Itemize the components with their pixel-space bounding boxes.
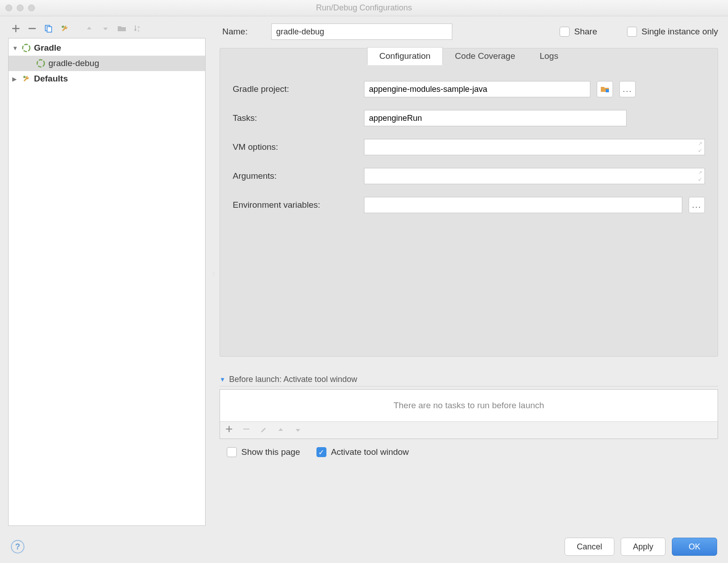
edit-task-button[interactable] bbox=[259, 425, 268, 435]
expand-icon[interactable]: ↗ bbox=[698, 148, 702, 153]
arguments-label: Arguments: bbox=[233, 171, 364, 181]
browse-project-button[interactable] bbox=[597, 81, 613, 97]
svg-point-2 bbox=[62, 25, 64, 28]
add-configuration-button[interactable] bbox=[10, 23, 22, 34]
window-title: Run/Debug Configurations bbox=[0, 3, 728, 13]
svg-text:z: z bbox=[138, 29, 139, 33]
checkbox-checked-icon: ✓ bbox=[316, 447, 326, 457]
name-input[interactable] bbox=[271, 24, 452, 40]
configuration-content: Name: Share Single instance only Configu… bbox=[215, 16, 728, 530]
cancel-button[interactable]: Cancel bbox=[565, 538, 614, 556]
move-down-button[interactable] bbox=[100, 23, 111, 34]
checkbox-icon bbox=[627, 27, 637, 37]
add-task-button[interactable] bbox=[225, 425, 234, 435]
expand-icon[interactable]: ↗ bbox=[698, 141, 702, 147]
apply-button[interactable]: Apply bbox=[621, 538, 666, 556]
tree-node-gradle-debug[interactable]: gradle-debug bbox=[9, 56, 205, 71]
name-label: Name: bbox=[222, 27, 263, 37]
before-launch-toolbar bbox=[220, 421, 718, 439]
tasks-input[interactable] bbox=[364, 110, 627, 126]
edit-defaults-button[interactable] bbox=[59, 23, 71, 34]
before-launch-empty-text: There are no tasks to run before launch bbox=[220, 390, 718, 421]
copy-configuration-button[interactable] bbox=[43, 23, 54, 34]
show-this-page-checkbox[interactable]: Show this page bbox=[227, 447, 300, 457]
wrench-icon bbox=[21, 74, 31, 84]
before-launch-tasks-box: There are no tasks to run before launch bbox=[220, 389, 718, 439]
titlebar: Run/Debug Configurations bbox=[0, 0, 728, 16]
remove-task-button[interactable] bbox=[242, 425, 251, 435]
expand-icon[interactable]: ↗ bbox=[698, 177, 702, 182]
before-launch-title: Before launch: Activate tool window bbox=[229, 375, 357, 384]
checkbox-icon bbox=[560, 27, 570, 37]
tree-label: gradle-debug bbox=[48, 58, 99, 68]
expand-icon[interactable]: ↗ bbox=[698, 170, 702, 176]
activate-tool-window-checkbox[interactable]: ✓ Activate tool window bbox=[316, 447, 409, 457]
tasks-label: Tasks: bbox=[233, 113, 364, 123]
folder-icon bbox=[600, 86, 609, 93]
dialog-footer: ? Cancel Apply OK bbox=[0, 530, 728, 563]
before-launch-section: ▼ Before launch: Activate tool window Th… bbox=[220, 375, 718, 457]
svg-point-7 bbox=[23, 76, 25, 78]
single-instance-checkbox[interactable]: Single instance only bbox=[627, 27, 718, 37]
move-task-up-button[interactable] bbox=[276, 426, 285, 435]
splitter[interactable] bbox=[212, 16, 215, 530]
help-button[interactable]: ? bbox=[11, 540, 24, 553]
tab-code-coverage[interactable]: Code Coverage bbox=[443, 47, 527, 65]
tree-node-defaults[interactable]: ▶ Defaults bbox=[9, 71, 205, 86]
svg-rect-8 bbox=[606, 89, 609, 92]
share-label: Share bbox=[574, 27, 597, 37]
configuration-tabs-panel: Configuration Code Coverage Logs Gradle … bbox=[220, 48, 718, 357]
share-checkbox[interactable]: Share bbox=[560, 27, 597, 37]
gradle-icon bbox=[36, 58, 46, 68]
folder-filter-button[interactable] bbox=[116, 23, 128, 34]
gradle-icon bbox=[21, 43, 31, 53]
move-up-button[interactable] bbox=[83, 23, 95, 34]
svg-point-5 bbox=[23, 44, 30, 52]
checkbox-icon bbox=[227, 447, 237, 457]
env-vars-browse-button[interactable]: ... bbox=[689, 197, 705, 213]
tab-configuration[interactable]: Configuration bbox=[367, 47, 443, 65]
tree-label: Gradle bbox=[34, 43, 61, 53]
env-vars-label: Environment variables: bbox=[233, 200, 364, 210]
tab-bar: Configuration Code Coverage Logs bbox=[220, 48, 718, 66]
sidebar-toolbar: az bbox=[8, 21, 206, 38]
configurations-tree[interactable]: ▼ Gradle gradle-debug ▶ Defaults bbox=[8, 38, 206, 526]
gradle-project-input[interactable] bbox=[364, 81, 590, 97]
activate-tool-window-label: Activate tool window bbox=[331, 447, 409, 457]
move-task-down-button[interactable] bbox=[293, 426, 302, 435]
svg-point-6 bbox=[37, 60, 44, 67]
gradle-project-label: Gradle project: bbox=[233, 84, 364, 94]
vm-options-label: VM options: bbox=[233, 142, 364, 152]
expand-caret-icon[interactable]: ▼ bbox=[12, 45, 19, 52]
sort-alpha-button[interactable]: az bbox=[132, 23, 144, 34]
tree-label: Defaults bbox=[34, 74, 68, 84]
show-this-page-label: Show this page bbox=[241, 447, 300, 457]
expand-caret-icon[interactable]: ▶ bbox=[12, 76, 19, 82]
remove-configuration-button[interactable] bbox=[26, 23, 38, 34]
more-options-button[interactable]: ... bbox=[619, 81, 636, 97]
before-launch-header[interactable]: ▼ Before launch: Activate tool window bbox=[220, 375, 718, 386]
env-vars-input[interactable] bbox=[364, 197, 682, 213]
ok-button[interactable]: OK bbox=[672, 538, 717, 556]
single-instance-label: Single instance only bbox=[642, 27, 718, 37]
chevron-down-icon: ▼ bbox=[220, 376, 225, 383]
vm-options-input[interactable] bbox=[364, 139, 705, 155]
arguments-input[interactable] bbox=[364, 168, 705, 184]
tree-node-gradle[interactable]: ▼ Gradle bbox=[9, 40, 205, 56]
configurations-sidebar: az ▼ Gradle gradle-debug ▶ bbox=[0, 16, 212, 530]
svg-rect-1 bbox=[47, 27, 52, 32]
tab-logs[interactable]: Logs bbox=[527, 47, 570, 65]
